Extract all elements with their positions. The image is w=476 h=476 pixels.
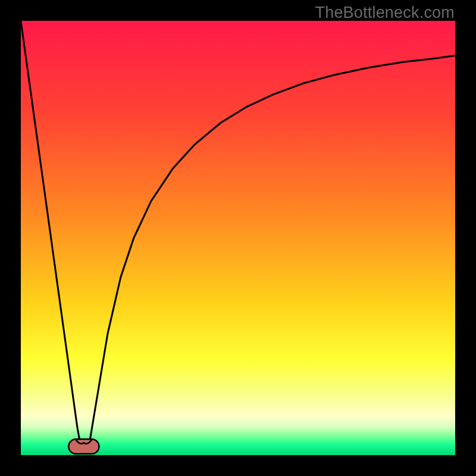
chart-canvas	[21, 21, 455, 455]
chart-frame: TheBottleneck.com	[0, 0, 476, 476]
gradient-background	[21, 21, 455, 455]
watermark-text: TheBottleneck.com	[315, 4, 455, 22]
minimum-marker	[68, 439, 99, 454]
plot-area	[21, 21, 455, 455]
